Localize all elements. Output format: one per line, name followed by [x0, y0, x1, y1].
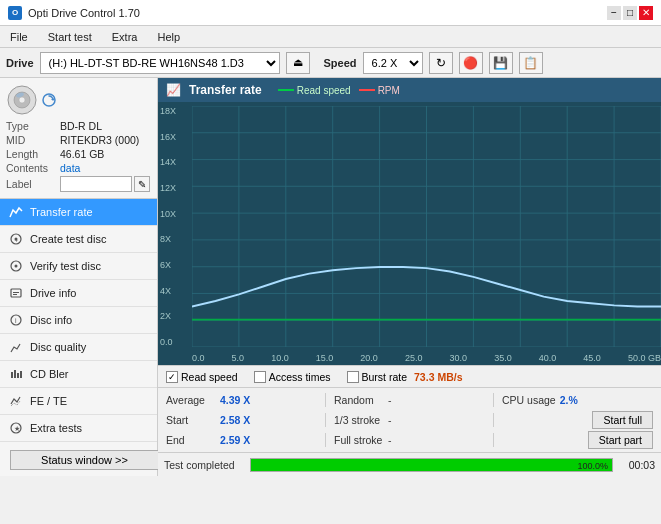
x-label-20: 20.0 [360, 353, 378, 363]
y-label-4x: 4X [160, 286, 190, 296]
progress-time: 00:03 [619, 459, 655, 471]
svg-point-2 [19, 97, 25, 103]
burst-rate-value: 73.3 MB/s [414, 371, 462, 383]
extra-tests-icon: ★ [8, 420, 24, 436]
nav-item-drive-info[interactable]: Drive info [0, 280, 157, 307]
access-times-checkbox[interactable] [254, 371, 266, 383]
nav-label-extra-tests: Extra tests [30, 422, 82, 434]
legend-check-burst-rate: Burst rate 73.3 MB/s [347, 371, 463, 383]
read-speed-checkbox[interactable]: ✓ [166, 371, 178, 383]
progress-bar-fill [251, 459, 612, 471]
title-controls: − □ ✕ [607, 6, 653, 20]
tool-btn-3[interactable]: 📋 [519, 52, 543, 74]
disc-type-value: BD-R DL [60, 120, 102, 132]
start-full-button[interactable]: Start full [592, 411, 653, 429]
disc-length-value: 46.61 GB [60, 148, 104, 160]
nav-label-transfer-rate: Transfer rate [30, 206, 93, 218]
svg-rect-16 [11, 372, 13, 378]
x-label-35: 35.0 [494, 353, 512, 363]
fe-te-icon [8, 393, 24, 409]
disc-label-row: Label ✎ [6, 176, 151, 192]
disc-label-input[interactable] [60, 176, 132, 192]
tool-btn-1[interactable]: 🔴 [459, 52, 483, 74]
y-label-0: 0.0 [160, 337, 190, 347]
status-window-button[interactable]: Status window >> [10, 450, 159, 470]
nav-label-cd-bler: CD Bler [30, 368, 69, 380]
x-label-40: 40.0 [539, 353, 557, 363]
disc-mid-value: RITEKDR3 (000) [60, 134, 139, 146]
disc-contents-value[interactable]: data [60, 162, 80, 174]
burst-rate-checkbox[interactable] [347, 371, 359, 383]
nav-item-extra-tests[interactable]: ★ Extra tests [0, 415, 157, 442]
nav-item-fe-te[interactable]: FE / TE [0, 388, 157, 415]
start-value: 2.58 X [220, 414, 256, 426]
end-value: 2.59 X [220, 434, 256, 446]
legend-rpm: RPM [359, 85, 400, 96]
y-label-2x: 2X [160, 311, 190, 321]
legend-read-speed: Read speed [278, 85, 351, 96]
disc-header [6, 84, 151, 116]
drive-select[interactable]: (H:) HL-DT-ST BD-RE WH16NS48 1.D3 [40, 52, 280, 74]
menu-bar: File Start test Extra Help [0, 26, 661, 48]
y-label-10x: 10X [160, 209, 190, 219]
nav-item-cd-bler[interactable]: CD Bler [0, 361, 157, 388]
avg-label: Average [166, 394, 216, 406]
nav-item-disc-quality[interactable]: Disc quality [0, 334, 157, 361]
random-value: - [388, 394, 424, 406]
tool-btn-2[interactable]: 💾 [489, 52, 513, 74]
start-part-button[interactable]: Start part [588, 431, 653, 449]
nav-item-disc-info[interactable]: i Disc info [0, 307, 157, 334]
stat-sep-1 [325, 393, 326, 407]
svg-text:i: i [15, 317, 17, 324]
disc-contents-label: Contents [6, 162, 60, 174]
nav-item-create-test-disc[interactable]: + Create test disc [0, 226, 157, 253]
minimize-button[interactable]: − [607, 6, 621, 20]
nav-item-transfer-rate[interactable]: Transfer rate [0, 199, 157, 226]
eject-button[interactable]: ⏏ [286, 52, 310, 74]
y-label-18x: 18X [160, 106, 190, 116]
legend-check-access-times: Access times [254, 371, 331, 383]
third-stat-group: 1/3 stroke - [334, 414, 485, 426]
svg-text:+: + [15, 237, 19, 243]
menu-start-test[interactable]: Start test [42, 29, 98, 45]
disc-svg-icon [6, 84, 38, 116]
stats-area: Average 4.39 X Random - CPU usage 2.% St… [158, 387, 661, 452]
speed-select[interactable]: 6.2 X Max 4.0 X 2.0 X [363, 52, 423, 74]
disc-type-row: Type BD-R DL [6, 120, 151, 132]
stats-row-1: Average 4.39 X Random - CPU usage 2.% [166, 390, 653, 410]
disc-icon [6, 84, 38, 116]
chart-svg [192, 106, 661, 347]
disc-panel: Type BD-R DL MID RITEKDR3 (000) Length 4… [0, 78, 157, 199]
x-label-15: 15.0 [316, 353, 334, 363]
menu-extra[interactable]: Extra [106, 29, 144, 45]
menu-file[interactable]: File [4, 29, 34, 45]
legend-rpm-color [359, 89, 375, 91]
y-label-6x: 6X [160, 260, 190, 270]
x-label-45: 45.0 [583, 353, 601, 363]
disc-label-button[interactable]: ✎ [134, 176, 150, 192]
start-label: Start [166, 414, 216, 426]
disc-length-row: Length 46.61 GB [6, 148, 151, 160]
stats-row-3: End 2.59 X Full stroke - Start part [166, 430, 653, 450]
speed-label: Speed [324, 57, 357, 69]
close-button[interactable]: ✕ [639, 6, 653, 20]
access-times-legend-label: Access times [269, 371, 331, 383]
random-stat-group: Random - [334, 394, 485, 406]
refresh-button[interactable]: ↻ [429, 52, 453, 74]
nav-item-verify-test-disc[interactable]: Verify test disc [0, 253, 157, 280]
disc-label-label: Label [6, 178, 60, 190]
cd-bler-icon [8, 366, 24, 382]
nav-label-verify-test-disc: Verify test disc [30, 260, 101, 272]
cpu-stat-group: CPU usage 2.% [502, 394, 653, 406]
svg-point-10 [15, 265, 18, 268]
progress-status: Test completed [164, 459, 244, 471]
disc-quality-icon [8, 339, 24, 355]
menu-help[interactable]: Help [151, 29, 186, 45]
nav-label-create-test-disc: Create test disc [30, 233, 106, 245]
create-test-disc-icon: + [8, 231, 24, 247]
avg-stat-group: Average 4.39 X [166, 394, 317, 406]
legend-rpm-label: RPM [378, 85, 400, 96]
maximize-button[interactable]: □ [623, 6, 637, 20]
x-label-25: 25.0 [405, 353, 423, 363]
disc-refresh-icon[interactable] [42, 93, 56, 107]
